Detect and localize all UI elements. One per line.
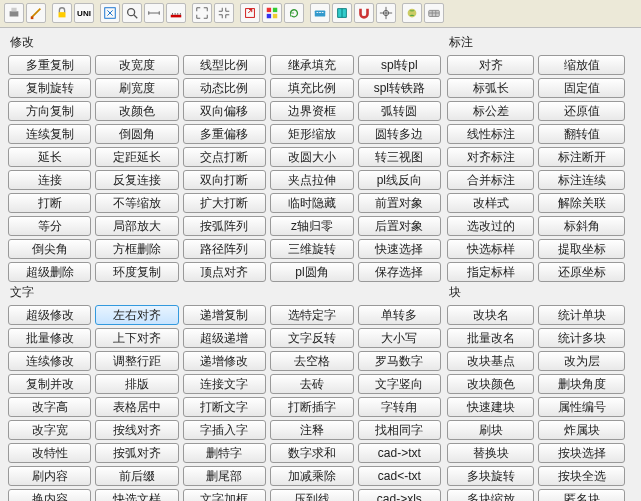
cmd-button[interactable]: 缩放值 [538, 55, 625, 75]
zoom-extents-icon[interactable] [100, 3, 120, 23]
cmd-button[interactable]: 弧转圆 [358, 101, 441, 121]
cmd-button[interactable]: 炸属块 [538, 420, 625, 440]
keyboard-icon[interactable] [310, 3, 330, 23]
cmd-button[interactable]: 局部放大 [95, 216, 178, 236]
cmd-button[interactable]: spl转铁路 [358, 78, 441, 98]
cmd-button[interactable]: 快速建块 [447, 397, 534, 417]
cmd-button[interactable]: 方框删除 [95, 239, 178, 259]
cmd-button[interactable]: 按线对齐 [95, 420, 178, 440]
cmd-button[interactable]: 改字宽 [8, 420, 91, 440]
cmd-button[interactable]: 改样式 [447, 193, 534, 213]
cmd-button[interactable]: 多块旋转 [447, 466, 534, 486]
unit-icon[interactable]: UNI [74, 3, 94, 23]
cmd-button[interactable]: 改块基点 [447, 351, 534, 371]
brush-icon[interactable] [26, 3, 46, 23]
cmd-button[interactable]: 调整行距 [95, 351, 178, 371]
cmd-button[interactable]: 打断 [8, 193, 91, 213]
cmd-button[interactable]: 线性标注 [447, 124, 534, 144]
cmd-button[interactable]: 左右对齐 [95, 305, 178, 325]
cmd-button[interactable]: 对齐 [447, 55, 534, 75]
cmd-button[interactable]: 按块选择 [538, 443, 625, 463]
cmd-button[interactable]: 表格居中 [95, 397, 178, 417]
contract-icon[interactable] [214, 3, 234, 23]
measure-icon[interactable] [144, 3, 164, 23]
cmd-button[interactable]: 改块名 [447, 305, 534, 325]
cmd-button[interactable]: 方向复制 [8, 101, 91, 121]
cmd-button[interactable]: 按弧阵列 [183, 216, 266, 236]
cmd-button[interactable]: 提取坐标 [538, 239, 625, 259]
cmd-button[interactable]: 选改过的 [447, 216, 534, 236]
cmd-button[interactable]: 文字反转 [270, 328, 353, 348]
cmd-button[interactable]: 改颜色 [95, 101, 178, 121]
cmd-button[interactable]: 选特定字 [270, 305, 353, 325]
cmd-button[interactable]: 夹点拉伸 [270, 170, 353, 190]
cmd-button[interactable]: 替换块 [447, 443, 534, 463]
cmd-button[interactable]: 合并标注 [447, 170, 534, 190]
cmd-button[interactable]: 删块角度 [538, 374, 625, 394]
ruler-icon[interactable] [166, 3, 186, 23]
cmd-button[interactable]: 扩大打断 [183, 193, 266, 213]
cmd-button[interactable]: 超级修改 [8, 305, 91, 325]
cmd-button[interactable]: 解除关联 [538, 193, 625, 213]
cmd-button[interactable]: 超级删除 [8, 262, 91, 282]
book-icon[interactable] [332, 3, 352, 23]
export-icon[interactable] [240, 3, 260, 23]
cmd-button[interactable]: 找相同字 [358, 420, 441, 440]
cmd-button[interactable]: 文字竖向 [358, 374, 441, 394]
cmd-button[interactable]: 反复连接 [95, 170, 178, 190]
cmd-button[interactable]: 翻转值 [538, 124, 625, 144]
cmd-button[interactable]: 改字高 [8, 397, 91, 417]
cmd-button[interactable]: 快选文样 [95, 489, 178, 501]
cmd-button[interactable]: 继承填充 [270, 55, 353, 75]
cmd-button[interactable]: 定距延长 [95, 147, 178, 167]
cmd-button[interactable]: 顶点对齐 [183, 262, 266, 282]
cmd-button[interactable]: 属性编号 [538, 397, 625, 417]
cmd-button[interactable]: 双向偏移 [183, 101, 266, 121]
cmd-button[interactable]: 线型比例 [183, 55, 266, 75]
cmd-button[interactable]: 字转甪 [358, 397, 441, 417]
cmd-button[interactable]: 标弧长 [447, 78, 534, 98]
cmd-button[interactable]: 去空格 [270, 351, 353, 371]
cmd-button[interactable]: 超级递增 [183, 328, 266, 348]
cmd-button[interactable]: 连续修改 [8, 351, 91, 371]
cmd-button[interactable]: 连接 [8, 170, 91, 190]
cmd-button[interactable]: cad->xls [358, 489, 441, 501]
cmd-button[interactable]: 固定值 [538, 78, 625, 98]
fullscreen-icon[interactable] [192, 3, 212, 23]
cmd-button[interactable]: 矩形缩放 [270, 124, 353, 144]
cmd-button[interactable]: 路径阵列 [183, 239, 266, 259]
cmd-button[interactable]: 刷块 [447, 420, 534, 440]
cmd-button[interactable]: 快选标样 [447, 239, 534, 259]
cmd-button[interactable]: 连接文字 [183, 374, 266, 394]
cmd-button[interactable]: 标注连续 [538, 170, 625, 190]
cmd-button[interactable]: 删尾部 [183, 466, 266, 486]
cmd-button[interactable]: 压到线 [270, 489, 353, 501]
cmd-button[interactable]: 复制旋转 [8, 78, 91, 98]
cmd-button[interactable]: 标注断开 [538, 147, 625, 167]
cmd-button[interactable]: 倒尖角 [8, 239, 91, 259]
cmd-button[interactable]: 改宽度 [95, 55, 178, 75]
cmd-button[interactable]: 后置对象 [358, 216, 441, 236]
cmd-button[interactable]: 双向打断 [183, 170, 266, 190]
cmd-button[interactable]: 换内容 [8, 489, 91, 501]
cmd-button[interactable]: 多块缩放 [447, 489, 534, 501]
cmd-button[interactable]: 环度复制 [95, 262, 178, 282]
cmd-button[interactable]: 连续复制 [8, 124, 91, 144]
cmd-button[interactable]: 大小写 [358, 328, 441, 348]
cmd-button[interactable]: 转三视图 [358, 147, 441, 167]
cmd-button[interactable]: 改为层 [538, 351, 625, 371]
cmd-button[interactable]: cad<-txt [358, 466, 441, 486]
cmd-button[interactable]: 不等缩放 [95, 193, 178, 213]
cmd-button[interactable]: 注释 [270, 420, 353, 440]
cmd-button[interactable]: 多重偏移 [183, 124, 266, 144]
cmd-button[interactable]: 指定标样 [447, 262, 534, 282]
cmd-button[interactable]: 边界资框 [270, 101, 353, 121]
colors-icon[interactable] [262, 3, 282, 23]
cmd-button[interactable]: pl圆角 [270, 262, 353, 282]
cmd-button[interactable]: 前置对象 [358, 193, 441, 213]
zoom-icon[interactable] [122, 3, 142, 23]
cmd-button[interactable]: 还原坐标 [538, 262, 625, 282]
cmd-button[interactable]: 动态比例 [183, 78, 266, 98]
cmd-button[interactable]: 三维旋转 [270, 239, 353, 259]
cmd-button[interactable]: pl线反向 [358, 170, 441, 190]
